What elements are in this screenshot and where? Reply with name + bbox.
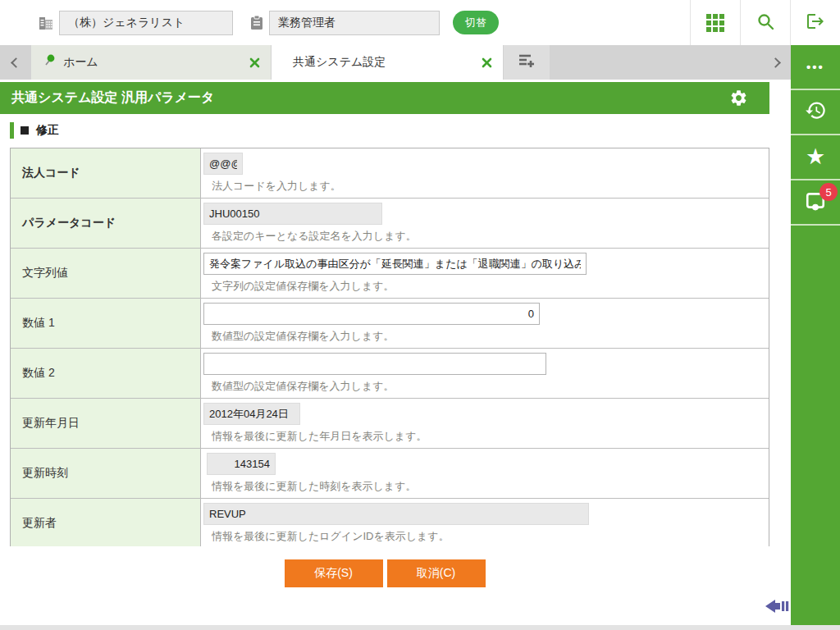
parameter-form-table: 法人コード 法人コードを入力します。 パラメータコード 各設定のキーとなる設定名…	[10, 148, 769, 546]
logout-icon	[806, 11, 825, 34]
page-title: 共通システム設定 汎用パラメータ	[11, 89, 214, 107]
chevron-left-icon	[11, 57, 21, 68]
company-building-icon	[38, 15, 54, 31]
field-label: パラメータコード	[11, 199, 201, 248]
form-row-number-2: 数値 2 数値型の設定値保存欄を入力します。	[11, 349, 769, 399]
pin-icon	[44, 54, 56, 71]
field-label: 数値 2	[11, 349, 201, 398]
section-accent-bar	[10, 122, 14, 139]
grid-icon	[706, 14, 724, 32]
tab-settings-label: 共通システム設定	[293, 55, 386, 70]
field-description: 文字列の設定値保存欄を入力します。	[212, 279, 769, 294]
tabs-scroll-right-button[interactable]	[760, 45, 791, 80]
tab-home-label: ホーム	[63, 55, 98, 70]
top-bar: 切替	[0, 0, 840, 45]
notification-badge: 5	[819, 183, 838, 201]
corp-code-input	[203, 153, 243, 175]
form-row-parameter-code: パラメータコード 各設定のキーとなる設定名を入力します。	[11, 199, 769, 249]
settings-gear-button[interactable]	[729, 89, 748, 111]
search-icon	[756, 11, 775, 34]
tab-bar: ホーム 共通システム設定	[0, 45, 791, 80]
company-input[interactable]	[59, 11, 233, 35]
field-description: 情報を最後に更新した時刻を表示します。	[212, 479, 769, 494]
field-description: 数値型の設定値保存欄を入力します。	[212, 329, 769, 344]
sidebar-more-button[interactable]: •••	[791, 45, 840, 90]
tab-settings[interactable]: 共通システム設定	[272, 45, 503, 80]
field-description: 情報を最後に更新したログインIDを表示します。	[212, 529, 769, 544]
number-1-input[interactable]	[203, 303, 540, 325]
page-title-bar: 共通システム設定 汎用パラメータ	[0, 82, 769, 114]
field-description: 情報を最後に更新した年月日を表示します。	[212, 429, 769, 444]
parameter-code-input	[203, 203, 382, 225]
number-2-input[interactable]	[203, 353, 546, 375]
section-title: 修正	[36, 123, 59, 138]
form-row-update-time: 更新時刻 情報を最後に更新した時刻を表示します。	[11, 449, 769, 499]
section-bullet-icon	[21, 126, 29, 135]
star-icon: ★	[806, 146, 825, 168]
section-header: 修正	[10, 122, 59, 139]
update-date-input	[203, 403, 300, 425]
field-label: 数値 1	[11, 299, 201, 348]
field-label: 更新年月日	[11, 399, 201, 448]
bottom-scrollbar-track[interactable]	[0, 625, 840, 630]
sidebar-favorites-button[interactable]: ★	[791, 135, 840, 180]
role-clipboard-icon	[249, 15, 264, 31]
sidebar-history-button[interactable]	[791, 90, 840, 135]
save-button[interactable]: 保存(S)	[285, 559, 383, 587]
collapse-sidebar-arrow-icon[interactable]	[764, 597, 791, 619]
chevron-right-icon	[770, 57, 781, 68]
history-icon	[805, 99, 827, 125]
form-row-string-value: 文字列値 文字列の設定値保存欄を入力します。	[11, 249, 769, 299]
field-description: 各設定のキーとなる設定名を入力します。	[212, 229, 769, 244]
right-sidebar: ••• ★ 5	[791, 45, 840, 625]
field-label: 法人コード	[11, 148, 201, 198]
update-time-input	[207, 453, 276, 475]
form-row-updated-by: 更新者 情報を最後に更新したログインIDを表示します。	[11, 499, 769, 546]
tab-settings-close-icon[interactable]	[482, 57, 492, 68]
form-row-corp-code: 法人コード 法人コードを入力します。	[11, 148, 769, 199]
action-button-row: 保存(S) 取消(C)	[0, 559, 769, 587]
app-grid-button[interactable]	[690, 0, 740, 45]
sidebar-notifications-button[interactable]: 5	[791, 180, 840, 226]
switch-button[interactable]: 切替	[453, 11, 499, 34]
field-label: 更新者	[11, 499, 201, 546]
tabs-scroll-left-button[interactable]	[0, 45, 31, 80]
logout-button[interactable]	[790, 0, 840, 45]
form-row-update-date: 更新年月日 情報を最後に更新した年月日を表示します。	[11, 399, 769, 449]
ellipsis-icon: •••	[806, 60, 824, 74]
add-list-icon	[517, 52, 536, 72]
string-value-input[interactable]	[203, 253, 587, 275]
field-description: 法人コードを入力します。	[212, 179, 769, 194]
cancel-button[interactable]: 取消(C)	[387, 559, 486, 587]
field-description: 数値型の設定値保存欄を入力します。	[212, 379, 769, 394]
updated-by-input	[203, 503, 589, 525]
form-row-number-1: 数値 1 数値型の設定値保存欄を入力します。	[11, 299, 769, 349]
main-content: 共通システム設定 汎用パラメータ 修正 法人コード 法人コードを入力します。 パ…	[0, 80, 791, 625]
field-label: 文字列値	[11, 249, 201, 298]
new-tab-button[interactable]	[504, 45, 550, 80]
search-button[interactable]	[740, 0, 790, 45]
tab-home[interactable]: ホーム	[31, 45, 271, 80]
role-input[interactable]	[269, 11, 440, 35]
tab-home-close-icon[interactable]	[249, 57, 260, 68]
field-label: 更新時刻	[11, 449, 201, 498]
